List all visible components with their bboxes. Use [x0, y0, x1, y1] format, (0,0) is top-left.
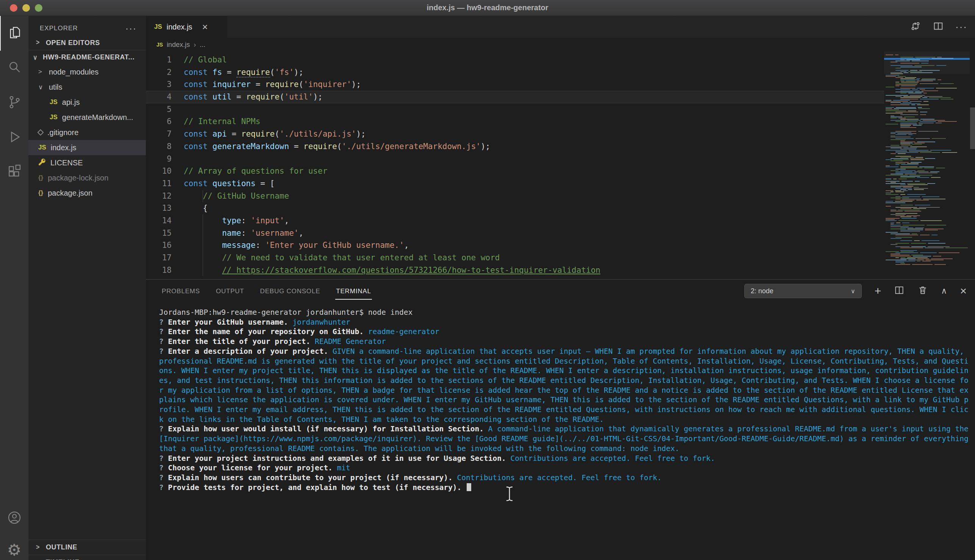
breadcrumb[interactable]: JS index.js › ...	[146, 38, 975, 52]
line-content: type: 'input',	[184, 215, 884, 227]
kill-terminal-icon[interactable]	[917, 285, 928, 297]
activity-extensions[interactable]	[0, 155, 28, 190]
code-line-12[interactable]: 12 // GitHub Username	[146, 190, 884, 202]
minimap-row	[884, 173, 970, 173]
code-line-2[interactable]: 2const fs = require('fs');	[146, 66, 884, 79]
minimap-row	[884, 137, 970, 137]
code-line-17[interactable]: 17 // We need to validate that user ente…	[146, 252, 884, 264]
close-window-button[interactable]	[10, 4, 17, 12]
terminal-text: Enter your GitHub username.	[168, 318, 293, 327]
line-content: const questions = [	[184, 177, 884, 190]
code-line-15[interactable]: 15 name: 'username',	[146, 227, 884, 240]
tab-index-js[interactable]: JS index.js ×	[146, 16, 227, 38]
indent-guide	[202, 239, 203, 252]
tree-item-package-lock-json[interactable]: {}package-lock.json	[28, 170, 146, 185]
code-token: type	[222, 216, 241, 225]
minimap-row	[884, 132, 970, 133]
terminal-block-cursor	[467, 483, 471, 491]
code-token: );	[356, 129, 366, 138]
panel-tab-terminal[interactable]: TERMINAL	[335, 282, 371, 300]
code-line-13[interactable]: 13 {	[146, 202, 884, 215]
activity-manage[interactable]: ⚙	[0, 534, 28, 560]
more-actions-icon[interactable]: ···	[955, 21, 967, 33]
minimap-row	[884, 143, 970, 143]
tree-item--gitignore[interactable]: .gitignore	[28, 125, 146, 140]
code-token: generateMarkdown	[212, 142, 289, 151]
activity-run-debug[interactable]	[0, 120, 28, 155]
minimap-row	[884, 232, 970, 233]
maximize-panel-icon[interactable]: ∧	[941, 287, 947, 295]
close-panel-icon[interactable]: ×	[960, 285, 967, 297]
code-line-1[interactable]: 1// Global	[146, 54, 884, 66]
minimize-window-button[interactable]	[22, 4, 30, 12]
code-token: (	[337, 142, 342, 151]
minimap-row	[884, 206, 970, 207]
activity-search[interactable]	[0, 51, 28, 85]
terminal-text: Jordans-MBP:hw9-readme-generator jordanh…	[159, 308, 413, 317]
code-editor[interactable]: 1// Global2const fs = require('fs');3con…	[146, 52, 975, 279]
editor-scrollbar[interactable]	[970, 107, 975, 149]
code-line-4[interactable]: 4const util = require('util');	[146, 91, 884, 103]
terminal-line: ? Enter the title of your project. READM…	[159, 337, 971, 347]
editor-tab-bar: JS index.js × ···	[146, 16, 975, 38]
tree-item-license[interactable]: LICENSE	[28, 155, 146, 170]
minimap-row	[884, 251, 970, 252]
split-editor-icon[interactable]	[933, 20, 944, 33]
new-terminal-icon[interactable]: +	[875, 285, 881, 297]
minimap-row	[884, 174, 970, 175]
code-line-6[interactable]: 6// Internal NPMs	[146, 115, 884, 128]
tree-item-generatemarkdown-[interactable]: JSgenerateMarkdown...	[28, 110, 146, 125]
terminal-line: ? Enter the name of your repository on G…	[159, 327, 971, 337]
activity-source-control[interactable]	[0, 85, 28, 120]
panel-tab-problems[interactable]: PROBLEMS	[161, 282, 201, 300]
code-line-8[interactable]: 8const generateMarkdown = require('./uti…	[146, 140, 884, 153]
code-line-7[interactable]: 7const api = require('./utils/api.js');	[146, 128, 884, 140]
timeline-section[interactable]: > TIMELINE	[28, 555, 146, 560]
minimap-row	[884, 145, 970, 146]
split-terminal-icon[interactable]	[894, 285, 905, 297]
activity-explorer[interactable]	[0, 16, 28, 51]
code-token: require	[246, 92, 279, 102]
code-line-9[interactable]: 9	[146, 153, 884, 165]
sidebar-more-actions-icon[interactable]: ···	[125, 23, 137, 34]
terminal-selector-dropdown[interactable]: 2: node ∨	[744, 284, 862, 298]
files-icon	[7, 25, 22, 42]
code-line-18[interactable]: 18 // https://stackoverflow.com/question…	[146, 264, 884, 277]
tree-item-index-js[interactable]: JSindex.js	[28, 140, 146, 155]
minimap-row	[884, 115, 970, 116]
close-tab-icon[interactable]: ×	[202, 21, 208, 33]
minimap-row	[884, 142, 970, 142]
code-line-5[interactable]: 5	[146, 103, 884, 116]
code-token: const	[184, 129, 212, 138]
code-line-14[interactable]: 14 type: 'input',	[146, 215, 884, 227]
minimap-row	[884, 57, 970, 58]
minimap-row	[884, 148, 970, 148]
code-token: // Internal NPMs	[184, 117, 260, 126]
code-line-11[interactable]: 11const questions = [	[146, 177, 884, 190]
tree-item-api-js[interactable]: JSapi.js	[28, 95, 146, 110]
terminal-text: ?	[159, 347, 168, 356]
titlebar[interactable]: index.js — hw9-readme-generator	[0, 0, 975, 16]
activity-accounts[interactable]	[0, 502, 28, 534]
minimap-row	[884, 181, 970, 182]
workspace-section[interactable]: ∨ HW9-README-GENERAT...	[28, 50, 146, 64]
panel-tab-debug-console[interactable]: DEBUG CONSOLE	[259, 282, 321, 300]
minimap-row	[884, 103, 970, 104]
terminal-output[interactable]: Jordans-MBP:hw9-readme-generator jordanh…	[159, 308, 971, 560]
tree-item-utils[interactable]: ∨utils	[28, 80, 146, 95]
json-braces-icon: {}	[38, 174, 43, 182]
code-lines: 1// Global2const fs = require('fs');3con…	[146, 54, 884, 276]
zoom-window-button[interactable]	[35, 4, 42, 12]
tree-item-package-json[interactable]: {}package.json	[28, 185, 146, 200]
panel-tab-output[interactable]: OUTPUT	[215, 282, 245, 300]
open-changes-icon[interactable]	[910, 20, 921, 33]
code-line-10[interactable]: 10// Array of questions for user	[146, 165, 884, 177]
minimap[interactable]	[884, 52, 970, 279]
code-line-16[interactable]: 16 message: 'Enter your GitHub username.…	[146, 239, 884, 252]
code-line-3[interactable]: 3const inquirer = require('inquirer');	[146, 78, 884, 91]
tree-item-node-modules[interactable]: >node_modules	[28, 64, 146, 80]
code-token: =	[231, 92, 246, 102]
open-editors-section[interactable]: > OPEN EDITORS	[28, 35, 146, 50]
outline-section[interactable]: > OUTLINE	[28, 540, 146, 555]
terminal-text: ?	[159, 327, 168, 336]
